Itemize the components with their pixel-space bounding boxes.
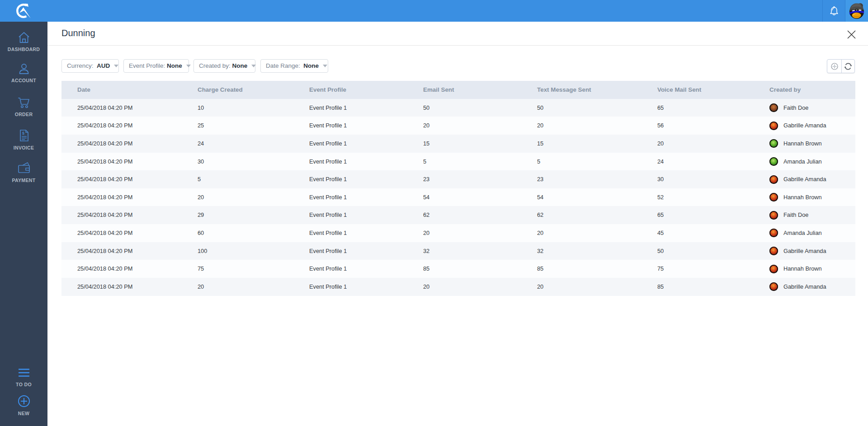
svg-text:$: $: [22, 131, 24, 136]
